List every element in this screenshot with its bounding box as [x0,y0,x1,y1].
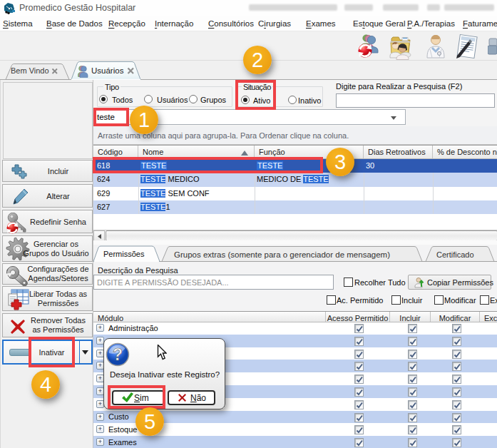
svg-text:?: ? [113,345,123,364]
